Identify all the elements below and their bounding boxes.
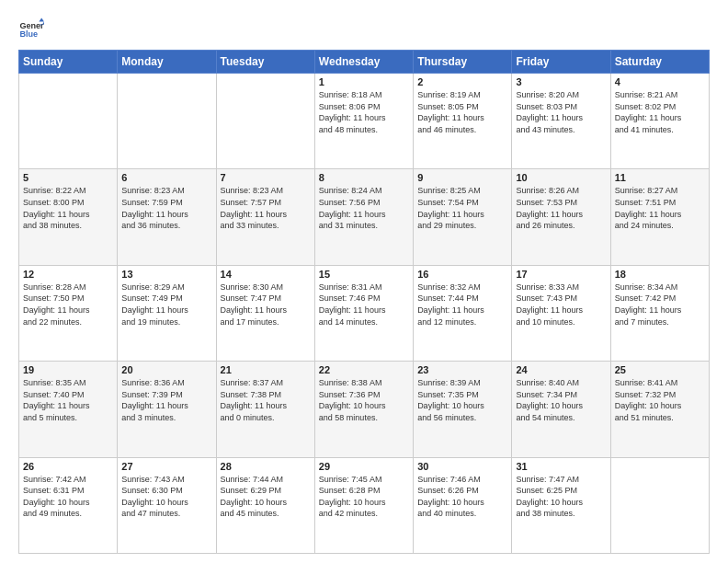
calendar-cell: 13Sunrise: 8:29 AMSunset: 7:49 PMDayligh…: [118, 265, 216, 361]
day-info: Sunrise: 8:19 AMSunset: 8:05 PMDaylight:…: [417, 89, 507, 135]
calendar-cell: 5Sunrise: 8:22 AMSunset: 8:00 PMDaylight…: [19, 169, 118, 265]
weekday-header-tuesday: Tuesday: [216, 51, 314, 74]
day-info: Sunrise: 8:34 AMSunset: 7:42 PMDaylight:…: [615, 282, 705, 327]
day-number: 18: [615, 269, 705, 280]
calendar-cell: 15Sunrise: 8:31 AMSunset: 7:46 PMDayligh…: [314, 265, 413, 361]
calendar-cell: 26Sunrise: 7:42 AMSunset: 6:31 PMDayligh…: [19, 457, 118, 553]
calendar-cell: 14Sunrise: 8:30 AMSunset: 7:47 PMDayligh…: [216, 265, 314, 361]
day-info: Sunrise: 8:40 AMSunset: 7:34 PMDaylight:…: [516, 377, 606, 423]
calendar-cell: 9Sunrise: 8:25 AMSunset: 7:54 PMDaylight…: [414, 169, 512, 265]
day-info: Sunrise: 8:25 AMSunset: 7:54 PMDaylight:…: [417, 185, 507, 231]
calendar-cell: 27Sunrise: 7:43 AMSunset: 6:30 PMDayligh…: [118, 457, 216, 553]
calendar-cell: 12Sunrise: 8:28 AMSunset: 7:50 PMDayligh…: [19, 265, 118, 361]
day-number: 19: [23, 364, 113, 375]
calendar-cell: 20Sunrise: 8:36 AMSunset: 7:39 PMDayligh…: [118, 362, 216, 457]
day-number: 7: [221, 172, 311, 183]
day-info: Sunrise: 8:30 AMSunset: 7:47 PMDaylight:…: [221, 282, 311, 327]
day-number: 14: [221, 269, 311, 280]
day-number: 4: [615, 76, 705, 87]
day-info: Sunrise: 8:24 AMSunset: 7:56 PMDaylight:…: [319, 185, 409, 231]
day-info: Sunrise: 8:35 AMSunset: 7:40 PMDaylight:…: [23, 377, 113, 423]
day-number: 25: [615, 364, 705, 375]
calendar-cell: 31Sunrise: 7:47 AMSunset: 6:25 PMDayligh…: [512, 457, 610, 553]
day-number: 1: [319, 76, 409, 87]
calendar-cell: [19, 74, 118, 169]
weekday-header-sunday: Sunday: [19, 51, 118, 74]
day-number: 11: [615, 172, 705, 183]
day-number: 2: [417, 76, 507, 87]
page-header: General Blue: [18, 17, 710, 42]
calendar-cell: 1Sunrise: 8:18 AMSunset: 8:06 PMDaylight…: [314, 74, 413, 169]
calendar-cell: 21Sunrise: 8:37 AMSunset: 7:38 PMDayligh…: [216, 362, 314, 457]
day-info: Sunrise: 8:22 AMSunset: 8:00 PMDaylight:…: [23, 185, 113, 231]
calendar-cell: [216, 74, 314, 169]
day-info: Sunrise: 8:33 AMSunset: 7:43 PMDaylight:…: [516, 282, 606, 327]
day-info: Sunrise: 8:28 AMSunset: 7:50 PMDaylight:…: [23, 282, 113, 327]
day-number: 20: [121, 364, 211, 375]
day-number: 12: [23, 269, 113, 280]
day-number: 29: [319, 461, 409, 472]
day-number: 24: [516, 364, 606, 375]
calendar-cell: 18Sunrise: 8:34 AMSunset: 7:42 PMDayligh…: [610, 265, 709, 361]
day-info: Sunrise: 8:26 AMSunset: 7:53 PMDaylight:…: [516, 185, 606, 231]
day-number: 21: [221, 364, 311, 375]
calendar-cell: 24Sunrise: 8:40 AMSunset: 7:34 PMDayligh…: [512, 362, 610, 457]
weekday-header-friday: Friday: [512, 51, 610, 74]
day-info: Sunrise: 8:36 AMSunset: 7:39 PMDaylight:…: [121, 377, 211, 423]
day-number: 16: [417, 269, 507, 280]
calendar-cell: 2Sunrise: 8:19 AMSunset: 8:05 PMDaylight…: [414, 74, 512, 169]
day-info: Sunrise: 7:44 AMSunset: 6:29 PMDaylight:…: [221, 474, 311, 520]
day-info: Sunrise: 7:43 AMSunset: 6:30 PMDaylight:…: [121, 474, 211, 520]
day-info: Sunrise: 8:18 AMSunset: 8:06 PMDaylight:…: [319, 89, 409, 135]
day-info: Sunrise: 8:39 AMSunset: 7:35 PMDaylight:…: [417, 377, 507, 423]
day-number: 22: [319, 364, 409, 375]
day-number: 28: [221, 461, 311, 472]
day-info: Sunrise: 8:27 AMSunset: 7:51 PMDaylight:…: [615, 185, 705, 231]
day-info: Sunrise: 8:32 AMSunset: 7:44 PMDaylight:…: [417, 282, 507, 327]
day-info: Sunrise: 8:21 AMSunset: 8:02 PMDaylight:…: [615, 89, 705, 135]
calendar-cell: 28Sunrise: 7:44 AMSunset: 6:29 PMDayligh…: [216, 457, 314, 553]
day-number: 8: [319, 172, 409, 183]
calendar-cell: 10Sunrise: 8:26 AMSunset: 7:53 PMDayligh…: [512, 169, 610, 265]
calendar-cell: 4Sunrise: 8:21 AMSunset: 8:02 PMDaylight…: [610, 74, 709, 169]
calendar-cell: 7Sunrise: 8:23 AMSunset: 7:57 PMDaylight…: [216, 169, 314, 265]
calendar-cell: 23Sunrise: 8:39 AMSunset: 7:35 PMDayligh…: [414, 362, 512, 457]
day-info: Sunrise: 8:23 AMSunset: 7:57 PMDaylight:…: [221, 185, 311, 231]
day-info: Sunrise: 8:23 AMSunset: 7:59 PMDaylight:…: [121, 185, 211, 231]
calendar-cell: 17Sunrise: 8:33 AMSunset: 7:43 PMDayligh…: [512, 265, 610, 361]
day-number: 3: [516, 76, 606, 87]
day-info: Sunrise: 8:37 AMSunset: 7:38 PMDaylight:…: [221, 377, 311, 423]
day-info: Sunrise: 8:31 AMSunset: 7:46 PMDaylight:…: [319, 282, 409, 327]
day-number: 9: [417, 172, 507, 183]
weekday-header-monday: Monday: [118, 51, 216, 74]
day-number: 30: [417, 461, 507, 472]
day-info: Sunrise: 7:45 AMSunset: 6:28 PMDaylight:…: [319, 474, 409, 520]
day-number: 15: [319, 269, 409, 280]
day-info: Sunrise: 7:46 AMSunset: 6:26 PMDaylight:…: [417, 474, 507, 520]
day-number: 23: [417, 364, 507, 375]
day-number: 31: [516, 461, 606, 472]
calendar-cell: 16Sunrise: 8:32 AMSunset: 7:44 PMDayligh…: [414, 265, 512, 361]
calendar-cell: 30Sunrise: 7:46 AMSunset: 6:26 PMDayligh…: [414, 457, 512, 553]
svg-text:General: General: [19, 21, 44, 30]
calendar-cell: 25Sunrise: 8:41 AMSunset: 7:32 PMDayligh…: [610, 362, 709, 457]
day-info: Sunrise: 7:42 AMSunset: 6:31 PMDaylight:…: [23, 474, 113, 520]
day-number: 26: [23, 461, 113, 472]
weekday-header-wednesday: Wednesday: [314, 51, 413, 74]
svg-text:Blue: Blue: [19, 29, 38, 39]
day-info: Sunrise: 7:47 AMSunset: 6:25 PMDaylight:…: [516, 474, 606, 520]
day-number: 13: [121, 269, 211, 280]
day-info: Sunrise: 8:29 AMSunset: 7:49 PMDaylight:…: [121, 282, 211, 327]
calendar-table: SundayMondayTuesdayWednesdayThursdayFrid…: [18, 50, 710, 554]
calendar-cell: 19Sunrise: 8:35 AMSunset: 7:40 PMDayligh…: [19, 362, 118, 457]
calendar-cell: 22Sunrise: 8:38 AMSunset: 7:36 PMDayligh…: [314, 362, 413, 457]
logo: General Blue: [18, 17, 44, 42]
logo-icon: General Blue: [18, 17, 44, 42]
day-info: Sunrise: 8:20 AMSunset: 8:03 PMDaylight:…: [516, 89, 606, 135]
weekday-header-thursday: Thursday: [414, 51, 512, 74]
calendar-cell: 8Sunrise: 8:24 AMSunset: 7:56 PMDaylight…: [314, 169, 413, 265]
svg-marker-2: [39, 17, 44, 21]
day-number: 5: [23, 172, 113, 183]
calendar-cell: [118, 74, 216, 169]
day-number: 10: [516, 172, 606, 183]
